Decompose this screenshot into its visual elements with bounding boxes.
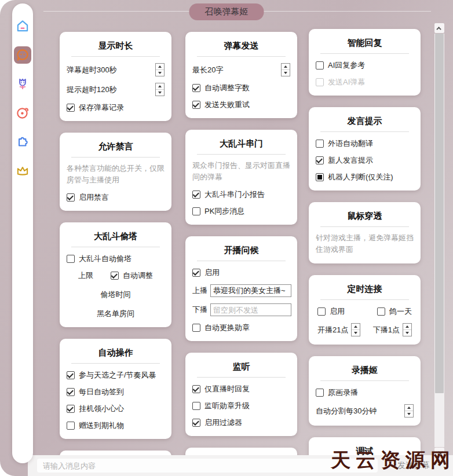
scrollbar-thumb[interactable] <box>435 34 444 393</box>
number-spinner[interactable] <box>155 83 165 96</box>
checkbox[interactable] <box>192 269 200 277</box>
spinner-down-button[interactable] <box>405 411 413 417</box>
number-spinner[interactable] <box>403 323 412 336</box>
checkbox-row[interactable]: AI回复参考 <box>316 60 414 71</box>
checkbox[interactable] <box>67 104 75 112</box>
checkbox[interactable] <box>192 84 200 92</box>
checkbox-row[interactable]: 大乱斗自动偷塔 <box>67 254 165 264</box>
triangle-up-icon <box>405 325 409 328</box>
checkbox-row[interactable]: 自动调整字数 <box>192 83 290 93</box>
checkbox[interactable] <box>317 307 326 316</box>
app-window: 召唤弹幕姬 <box>0 0 453 476</box>
sidebar-item-flower[interactable] <box>14 75 31 93</box>
sidebar-item-danmaku[interactable] <box>14 46 31 64</box>
number-spinner[interactable] <box>155 63 165 76</box>
sidebar-item-home[interactable] <box>14 17 31 35</box>
checkbox[interactable] <box>192 191 200 199</box>
checkbox[interactable] <box>67 388 75 396</box>
scrollbar-track[interactable] <box>434 34 444 447</box>
home-icon <box>15 19 30 34</box>
checkbox-row[interactable]: 启用 <box>317 306 345 317</box>
sidebar-item-disc[interactable] <box>14 104 31 122</box>
spinner-up-button[interactable] <box>282 64 290 70</box>
card-title-divider <box>197 261 286 261</box>
number-spinner[interactable] <box>281 63 290 76</box>
spinner-up-button[interactable] <box>156 64 164 70</box>
card-brawl-visit: 大乱斗串门观众串门报告、显示对面直播间的弹幕大乱斗串门小报告PK同步消息 <box>185 130 297 225</box>
greeting-text-input[interactable] <box>210 284 291 297</box>
spinner-up-button[interactable] <box>156 83 164 90</box>
greeting-text-input[interactable] <box>210 303 291 316</box>
checkbox[interactable] <box>316 156 324 164</box>
spinner-down-button[interactable] <box>282 70 290 76</box>
checkbox-row[interactable]: 赠送到期礼物 <box>67 420 165 431</box>
card-title: 显示时长 <box>66 38 165 56</box>
checkbox[interactable] <box>192 419 200 427</box>
chevron-down-icon <box>438 449 443 454</box>
card-auto-actions: 自动操作参与天选之子/节奏风暴每日自动签到挂机领小心心赠送到期礼物 <box>60 339 171 439</box>
spinner-down-button[interactable] <box>352 330 360 336</box>
checkbox-row[interactable]: 自动更换勋章 <box>192 323 290 333</box>
checkbox-row[interactable]: 启用禁言 <box>67 192 165 203</box>
checkbox-label: 新人发言提示 <box>328 155 373 166</box>
checkbox[interactable] <box>67 405 75 413</box>
spinner-down-button[interactable] <box>403 330 411 336</box>
checkbox[interactable] <box>377 307 385 316</box>
checkbox-row[interactable]: 启用 <box>192 268 290 278</box>
checkbox-row[interactable]: 保存弹幕记录 <box>67 102 165 113</box>
number-spinner[interactable] <box>404 404 414 418</box>
scroll-up-button[interactable] <box>434 23 444 33</box>
checkbox-row[interactable]: PK同步消息 <box>192 206 290 217</box>
checkbox-row[interactable]: 启用过滤器 <box>192 418 290 428</box>
checkbox[interactable] <box>192 402 200 410</box>
checkbox-row[interactable]: 新人发言提示 <box>316 155 414 166</box>
checkbox-row[interactable]: 参与天选之子/节奏风暴 <box>67 370 165 380</box>
checkbox[interactable] <box>67 193 75 202</box>
sidebar-item-plugin[interactable] <box>14 133 31 151</box>
spinner-setting-row: 弹幕超时300秒 <box>67 63 165 76</box>
checkbox-row[interactable]: 发送失败重试 <box>192 100 290 110</box>
checkbox-row[interactable]: 鸽一天 <box>377 306 412 317</box>
checkbox[interactable] <box>67 255 75 263</box>
spinner-setting-label: 最长20字 <box>192 65 223 75</box>
send-danmaku-button[interactable]: 发送弹幕 <box>397 460 430 471</box>
checkbox[interactable] <box>192 207 200 215</box>
checkbox-row[interactable]: 每日自动签到 <box>67 387 165 397</box>
checkbox[interactable] <box>316 140 324 148</box>
checkbox-row[interactable]: 机器人判断(仅关注) <box>316 172 414 182</box>
checkbox[interactable] <box>67 422 75 430</box>
spinner-up-button[interactable] <box>405 405 413 411</box>
checkbox[interactable] <box>192 385 200 393</box>
spinner-setting-label: 自动分割每30分钟 <box>316 406 377 416</box>
card-title-divider <box>71 56 160 57</box>
checkbox-label: 赠送到期礼物 <box>79 420 124 431</box>
checkbox-row[interactable]: 大乱斗串门小报告 <box>192 189 290 200</box>
spinner-up-button[interactable] <box>352 324 360 330</box>
card-title-divider <box>197 377 286 378</box>
message-input[interactable] <box>37 459 378 473</box>
spinner-up-button[interactable] <box>403 324 411 330</box>
checkbox-row[interactable]: 监听勋章升级 <box>192 401 290 411</box>
checkbox[interactable] <box>316 61 324 69</box>
checkbox[interactable] <box>67 371 75 379</box>
triangle-up-icon <box>158 85 162 87</box>
card-mouse-through: 鼠标穿透针对游戏主播，避免弹幕姬挡住游戏界面 <box>309 202 421 263</box>
checkbox-row[interactable]: 自动调整 <box>111 270 153 281</box>
scroll-down-button[interactable] <box>434 448 444 457</box>
checkbox[interactable] <box>111 272 119 280</box>
checkbox-row[interactable]: 原画录播 <box>316 387 414 398</box>
checkbox[interactable] <box>316 389 324 397</box>
checkbox[interactable] <box>192 324 200 332</box>
checkbox[interactable] <box>192 101 200 109</box>
scrollbar[interactable] <box>434 23 444 457</box>
spinner-down-button[interactable] <box>156 90 164 96</box>
checkbox-label: 仅直播时回复 <box>204 384 250 394</box>
checkbox[interactable] <box>316 173 324 181</box>
checkbox-row[interactable]: 挂机领小心心 <box>67 404 165 414</box>
number-spinner[interactable] <box>351 323 360 336</box>
sidebar <box>12 3 33 463</box>
checkbox-row[interactable]: 仅直播时回复 <box>192 384 290 394</box>
checkbox-row[interactable]: 外语自动翻译 <box>316 138 414 149</box>
sidebar-item-vip[interactable] <box>14 162 31 180</box>
spinner-down-button[interactable] <box>156 70 164 76</box>
